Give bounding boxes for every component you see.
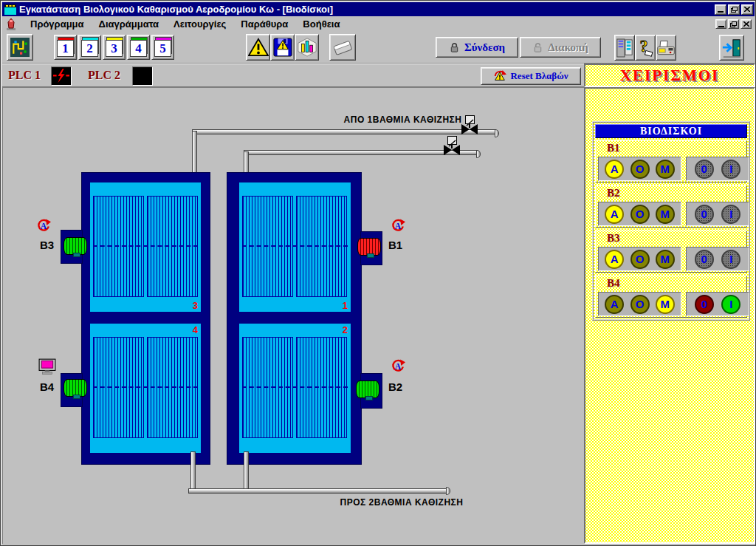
pc-mode-icon-b4 <box>38 358 56 375</box>
plc-network-button[interactable] <box>614 35 635 61</box>
page-1-button[interactable]: 1 <box>54 35 77 60</box>
b2-auto-button[interactable]: A <box>605 205 624 224</box>
b3-auto-button[interactable]: A <box>605 250 624 269</box>
mdi-close-button[interactable] <box>740 19 752 29</box>
lock-open-icon <box>532 42 543 53</box>
menu-windows[interactable]: Παράθυρα <box>233 17 295 31</box>
exit-button[interactable] <box>719 35 744 61</box>
lock-closed-icon <box>449 42 460 53</box>
cell-number: 4 <box>193 324 198 335</box>
cell-number: 2 <box>343 324 348 335</box>
unit-name: B3 <box>607 232 620 245</box>
modem-button[interactable] <box>656 35 676 61</box>
menu-bar: Πρόγραμμα Διαγράμματα Λειτουργίες Παράθυ… <box>2 16 755 32</box>
b4-stop-lamp: 0 <box>695 295 714 314</box>
menu-diagrams[interactable]: Διαγράμματα <box>92 17 167 31</box>
page-2-button[interactable]: 2 <box>78 35 101 60</box>
outlet-drop-pipe-1 <box>190 451 196 494</box>
plant-map-icon <box>10 38 30 57</box>
menu-functions[interactable]: Λειτουργίες <box>166 17 233 31</box>
mdi-minimize-button[interactable] <box>715 19 726 29</box>
b2-off-button[interactable]: O <box>630 205 650 224</box>
b1-auto-button[interactable]: A <box>605 160 624 179</box>
b3-manual-button[interactable]: M <box>656 250 675 269</box>
disconnect-button[interactable]: Διακοπή <box>520 37 601 58</box>
pipe-end-cap <box>476 150 481 158</box>
plant-overview-button[interactable] <box>7 34 33 61</box>
biodisc-cell-2: 2 <box>239 324 351 453</box>
help-button[interactable]: ? <box>635 35 656 61</box>
biodisc-cell-1: 1 <box>239 182 351 312</box>
page-5-button[interactable]: 5 <box>151 35 174 60</box>
b3-off-button[interactable]: O <box>630 250 650 269</box>
lamp-panel: 0 I <box>686 247 749 271</box>
cell-number: 1 <box>343 300 348 311</box>
clear-button[interactable] <box>329 34 356 61</box>
auto-mode-icon-b1: A <box>390 219 406 233</box>
mdi-restore-button[interactable] <box>728 19 739 29</box>
motor-label-b1: B1 <box>388 239 402 251</box>
unit-b4-section: B4 A O M 0 I <box>595 276 747 318</box>
mdi-window-controls <box>715 19 755 29</box>
close-button[interactable] <box>741 4 753 15</box>
unit-name: B2 <box>607 187 620 199</box>
b4-auto-button[interactable]: A <box>605 295 624 314</box>
plc1-status-box <box>51 66 72 86</box>
b1-manual-button[interactable]: M <box>656 160 675 179</box>
b2-manual-button[interactable]: M <box>656 205 675 224</box>
reset-faults-label: Reset Βλαβών <box>510 70 568 82</box>
alarm-disk-icon <box>273 38 292 57</box>
disc-shaft <box>242 386 348 388</box>
b1-off-button[interactable]: O <box>630 160 650 179</box>
valve-2-icon <box>443 144 461 156</box>
biodisc-control-group: ΒΙΟΔΙΣΚΟΙ B1 A O M 0 I B2 A O M <box>592 121 750 321</box>
connect-button[interactable]: Σύνδεση <box>436 37 518 58</box>
motor-label-b4: B4 <box>40 381 54 393</box>
page-4-button[interactable]: 4 <box>127 35 150 60</box>
close-icon <box>744 7 750 12</box>
b4-manual-button[interactable]: M <box>656 295 675 314</box>
svg-text:A: A <box>395 222 402 231</box>
connect-label: Σύνδεση <box>464 41 505 54</box>
fax-icon <box>656 38 676 58</box>
motor-b2 <box>356 381 379 398</box>
biodisc-cell-3: 3 <box>90 182 201 312</box>
trends-button[interactable] <box>295 34 319 61</box>
menu-help[interactable]: Βοήθεια <box>295 17 347 31</box>
inlet-flow-label: ΑΠΟ 1ΒΑΘΜΙΑ ΚΑΘΙΖΗΣΗ <box>342 115 464 125</box>
minimize-icon <box>718 11 724 13</box>
b3-run-lamp: I <box>721 250 740 269</box>
application-window: Εγκατάσταση Βιολογικού Καθαρισμού Αεροδρ… <box>0 0 756 546</box>
page-3-button[interactable]: 3 <box>103 35 126 60</box>
b4-off-button[interactable]: O <box>630 295 650 314</box>
motor-b1 <box>357 238 381 256</box>
outlet-drop-pipe-2 <box>244 451 249 494</box>
biodisc-group-title: ΒΙΟΔΙΣΚΟΙ <box>595 124 747 138</box>
alarm-log-button[interactable] <box>270 34 295 61</box>
minimize-button[interactable] <box>715 4 726 15</box>
mode-button-panel: A O M <box>598 157 681 181</box>
unit-b1-section: B1 A O M 0 I <box>595 140 747 182</box>
plc1-label: PLC 1 <box>8 69 41 82</box>
page-4-label: 4 <box>130 40 147 57</box>
reset-faults-button[interactable]: Reset Βλαβών <box>481 67 581 85</box>
outlet-pipe <box>188 488 448 494</box>
svg-text:A: A <box>41 222 47 231</box>
plc2-status-box <box>132 66 153 86</box>
b1-run-lamp: I <box>721 160 740 179</box>
alarms-button[interactable] <box>246 34 270 61</box>
page-5-label: 5 <box>154 40 171 57</box>
system-menu-icon[interactable] <box>5 18 18 31</box>
controls-panel-header: ΧΕΙΡΙΣΜΟΙ <box>584 64 755 87</box>
b2-stop-lamp: 0 <box>695 205 714 224</box>
b1-stop-lamp: 0 <box>695 160 714 179</box>
server-icon <box>616 38 633 58</box>
menu-program[interactable]: Πρόγραμμα <box>23 17 92 31</box>
unit-name: B1 <box>607 142 620 154</box>
restore-button[interactable] <box>728 4 740 15</box>
app-window-icon[interactable] <box>4 4 16 15</box>
help-icon: ? <box>636 38 654 58</box>
page-2-label: 2 <box>81 40 98 57</box>
outlet-flow-label: ΠΡΟΣ 2ΒΑΘΜΙΑ ΚΑΘΙΖΗΣΗ <box>339 497 464 508</box>
disc-shaft <box>93 386 198 388</box>
